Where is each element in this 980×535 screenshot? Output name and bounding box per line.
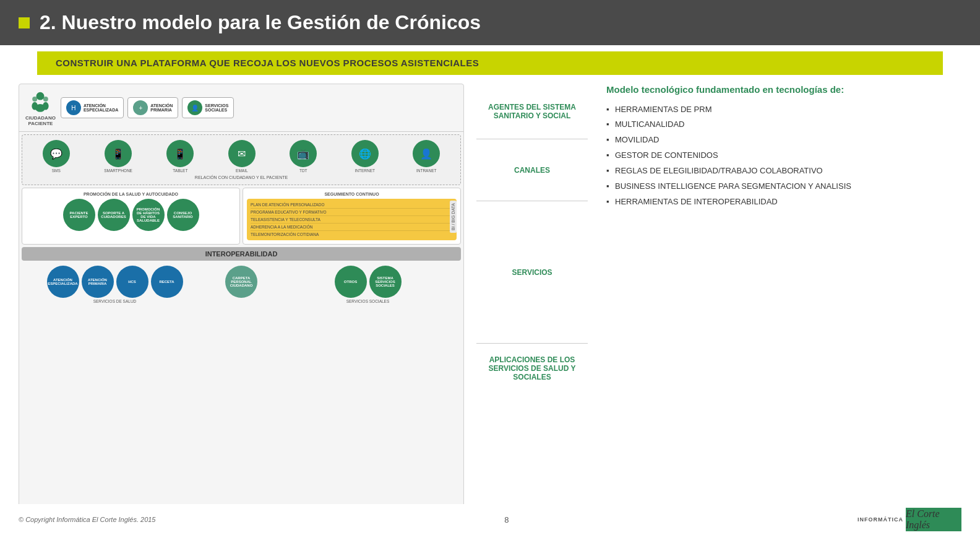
agents-label-text: AGENTES DEL SISTEMA SANITARIO Y SOCIAL — [479, 103, 585, 120]
seguimiento-title: SEGUIMIENTO CONTINUO — [247, 192, 457, 196]
apps-label: APLICACIONES DE LOS SERVICIOS DE SALUD Y… — [476, 344, 588, 393]
bi-label: BI / BIG DATA — [450, 201, 457, 233]
promo-soporte: SOPORTE ACUIDADORES — [98, 199, 130, 231]
circle-sistema-sociales: SISTEMASERVICIOSSOCIALES — [369, 266, 402, 298]
right-title: Modelo tecnológico fundamentado en tecno… — [606, 84, 961, 96]
agent-sociales-icon: 👤 — [187, 100, 202, 115]
bottom-salud-circles: ATENCIÓNESPECIALIZADA ATENCIÓNPRIMARIA H… — [22, 266, 208, 298]
seg-item-2: PROGRAMA EDUCATIVO Y FORMATIVO — [251, 209, 453, 216]
footer-logo-script: El Corte Inglés — [906, 508, 961, 531]
footer-page: 8 — [504, 515, 509, 524]
channel-sms: 💬 SMS — [43, 140, 70, 173]
tdt-label: TDT — [299, 168, 307, 173]
banner-text: CONSTRUIR UNA PLATAFORMA QUE RECOJA LOS … — [56, 58, 479, 68]
list-item-prm: HERRAMIENTAS DE PRM — [606, 102, 961, 118]
agent-atencion-especializada: H ATENCIÓNESPECIALIZADA — [61, 97, 124, 118]
seg-item-5: TELEMONITORIZACIÓN COTIDIANA — [251, 231, 453, 238]
agent-atencion-primaria: + ATENCIÓNPRIMARIA — [127, 97, 178, 118]
bottom-sociales-circles: OTROS SISTEMASERVICIOSSOCIALES — [275, 266, 461, 298]
channel-intranet: 👤 INTRANET — [413, 140, 440, 173]
smartphone-label: SMARTPHONE — [104, 168, 132, 173]
promo-habitos: PROMOCIÓNDE HÁBITOSDE VIDASALUDABLE — [132, 199, 165, 231]
channel-tdt: 📺 TDT — [290, 140, 317, 173]
channel-internet: 🌐 INTERNET — [351, 140, 379, 173]
list-item-gestor: GESTOR DE CONTENIDOS — [606, 148, 961, 163]
tdt-icon: 📺 — [290, 140, 317, 167]
circle-atencion-especializada: ATENCIÓNESPECIALIZADA — [47, 266, 79, 298]
interop-bar: INTEROPERABILIDAD — [22, 247, 461, 261]
sms-icon: 💬 — [43, 140, 70, 167]
footer-logo: INFORMÁTICA El Corte Inglés — [858, 508, 961, 531]
footer-logo-text: INFORMÁTICA — [858, 516, 903, 523]
email-icon: ✉ — [228, 140, 256, 167]
channel-smartphone: 📱 SMARTPHONE — [104, 140, 132, 173]
seguimiento-box: SEGUIMIENTO CONTINUO PLAN DE ATENCIÓN PE… — [243, 188, 461, 245]
promo-consejo: CONSEJOSANITARIO — [167, 199, 199, 231]
ciudadano-icon — [28, 89, 53, 114]
seguimiento-items: PLAN DE ATENCIÓN PERSONALIZADO PROGRAMA … — [247, 199, 457, 240]
svg-point-4 — [33, 97, 38, 102]
services-label-text: SERVICIOS — [512, 268, 552, 277]
agent-especializada-icon: H — [66, 100, 81, 115]
bottom-personal-circles: CARPETAPERSONALCIUDADANO — [210, 266, 272, 298]
list-item-herramientas-interop: HERRAMIENTAS DE INTEROPERABILIDAD — [606, 194, 961, 210]
list-item-multicanalidad: MULTICANALIDAD — [606, 117, 961, 133]
sms-label: SMS — [52, 168, 61, 173]
agent-sociales-label: SERVICIOSSOCIALES — [205, 103, 228, 112]
middle-column: AGENTES DEL SISTEMA SANITARIO Y SOCIAL C… — [476, 84, 588, 515]
services-section: PROMOCIÓN DE LA SALUD Y AUTOCUIDADO PACI… — [22, 188, 461, 245]
page-title: 2. Nuestro modelo para le Gestión de Cró… — [40, 11, 481, 34]
bottom-salud-label: SERVICIOS DE SALUD — [22, 299, 208, 303]
footer: © Copyright Informática El Corte Inglés.… — [0, 504, 980, 535]
agent-primaria-label: ATENCIÓNPRIMARIA — [150, 103, 173, 112]
bottom-row: ATENCIÓNESPECIALIZADA ATENCIÓNPRIMARIA H… — [19, 263, 463, 306]
ciudadano-paciente: CIUDADANOPACIENTE — [25, 89, 56, 126]
banner: CONSTRUIR UNA PLATAFORMA QUE RECOJA LOS … — [37, 51, 943, 75]
promo-title: PROMOCIÓN DE LA SALUD Y AUTOCUIDADO — [26, 192, 236, 196]
intranet-label: INTRANET — [416, 168, 437, 173]
svg-point-5 — [43, 97, 48, 102]
circle-carpeta: CARPETAPERSONALCIUDADANO — [225, 266, 257, 298]
channel-tablet: 📱 TABLET — [166, 140, 194, 173]
list-item-reglas: REGLAS DE ELEGILIBIDAD/TRABAJO COLABORAT… — [606, 163, 961, 179]
agents-row: H ATENCIÓNESPECIALIZADA + ATENCIÓNPRIMAR… — [61, 97, 457, 118]
agent-servicios-sociales: 👤 SERVICIOSSOCIALES — [182, 97, 234, 118]
svg-point-3 — [35, 104, 45, 112]
apps-label-text: APLICACIONES DE LOS SERVICIOS DE SALUD Y… — [479, 355, 585, 381]
list-item-movilidad: MOVILIDAD — [606, 133, 961, 148]
circle-atencion-primaria: ATENCIÓNPRIMARIA — [82, 266, 114, 298]
tablet-label: TABLET — [173, 168, 187, 173]
circle-hcs: HCS — [116, 266, 148, 298]
diagram-container: CIUDADANOPACIENTE H ATENCIÓNESPECIALIZAD… — [19, 84, 464, 515]
right-list: HERRAMIENTAS DE PRM MULTICANALIDAD MOVIL… — [606, 102, 961, 210]
agent-especializada-label: ATENCIÓNESPECIALIZADA — [84, 103, 118, 112]
seg-item-4: ADHERENCIA A LA MEDICACIÓN — [251, 224, 453, 231]
header-bullet — [19, 17, 30, 28]
agent-primaria-icon: + — [133, 100, 148, 115]
bottom-personal-section: CARPETAPERSONALCIUDADANO — [210, 266, 272, 303]
bottom-sociales-section: OTROS SISTEMASERVICIOSSOCIALES SERVICIOS… — [275, 266, 461, 303]
tablet-icon: 📱 — [166, 140, 194, 167]
promo-items: PACIENTEEXPERTO SOPORTE ACUIDADORES PROM… — [26, 199, 236, 231]
services-label: SERVICIOS — [476, 201, 588, 344]
circle-receta: RECETA — [151, 266, 183, 298]
main-content: CIUDADANOPACIENTE H ATENCIÓNESPECIALIZAD… — [0, 75, 980, 523]
agents-label: AGENTES DEL SISTEMA SANITARIO Y SOCIAL — [476, 84, 588, 139]
seg-item-1: PLAN DE ATENCIÓN PERSONALIZADO — [251, 201, 453, 209]
internet-icon: 🌐 — [351, 140, 379, 167]
footer-copyright: © Copyright Informática El Corte Inglés.… — [19, 516, 156, 523]
channel-email: ✉ EMAIL — [228, 140, 256, 173]
right-column: Modelo tecnológico fundamentado en tecno… — [600, 84, 961, 515]
list-item-business-intelligence: BUSINESS INTELLIGENCE PARA SEGMENTACION … — [606, 179, 961, 194]
intranet-icon: 👤 — [413, 140, 440, 167]
channels-icons: 💬 SMS 📱 SMARTPHONE 📱 TABLET ✉ EMAIL 📺 — [27, 140, 455, 173]
bottom-salud-section: ATENCIÓNESPECIALIZADA ATENCIÓNPRIMARIA H… — [22, 266, 208, 303]
promo-paciente: PACIENTEEXPERTO — [63, 199, 95, 231]
relation-label: RELACIÓN CON CIUDADANO Y EL PACIENTE — [27, 175, 455, 180]
channels-label-text: CANALES — [514, 166, 550, 175]
circle-otros: OTROS — [335, 266, 367, 298]
internet-label: INTERNET — [355, 168, 375, 173]
email-label: EMAIL — [236, 168, 248, 173]
promo-box: PROMOCIÓN DE LA SALUD Y AUTOCUIDADO PACI… — [22, 188, 240, 245]
ciudadano-label: CIUDADANOPACIENTE — [25, 115, 56, 126]
